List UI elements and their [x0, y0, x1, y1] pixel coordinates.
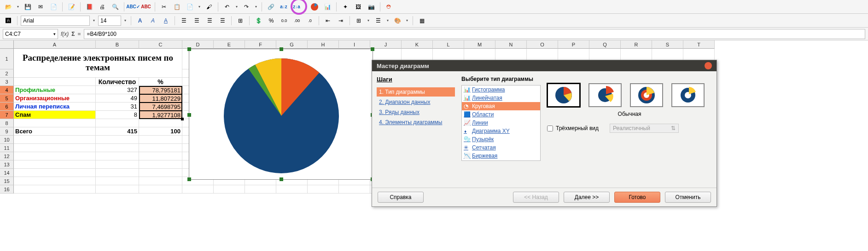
cell[interactable] — [96, 152, 139, 160]
chart-type-item[interactable]: 🟦Области — [462, 110, 540, 119]
cell[interactable] — [14, 169, 96, 177]
subtype-exploded-donut-thumb[interactable] — [671, 83, 705, 107]
chart-object[interactable] — [189, 49, 373, 180]
insert-chart-icon[interactable] — [309, 1, 320, 12]
cell[interactable] — [96, 160, 139, 169]
hyperlink-icon[interactable]: 🔗 — [265, 1, 276, 12]
sheet-title-cell[interactable]: Распределение электронных писем по темам — [14, 49, 182, 78]
formula-input[interactable]: =B4/B9*100 — [84, 29, 865, 39]
cell[interactable] — [14, 144, 96, 152]
font-name-select[interactable] — [21, 16, 90, 26]
cell[interactable] — [96, 169, 139, 177]
row-header-16[interactable]: 16 — [0, 185, 14, 194]
row-header-2[interactable]: 2 — [0, 69, 14, 78]
undo-dd[interactable]: ▾ — [234, 5, 239, 9]
cell[interactable] — [14, 177, 96, 185]
font-size-select[interactable] — [98, 16, 121, 26]
row-header-7[interactable]: 7 — [0, 111, 14, 119]
wizard-step-4[interactable]: 4. Элементы диаграммы — [377, 118, 455, 127]
cell[interactable] — [14, 185, 96, 194]
subtype-exploded-thumb[interactable] — [588, 83, 622, 107]
cancel-button[interactable]: Отменить — [665, 192, 711, 203]
cell-reference-input[interactable]: C4:C7▾ — [3, 29, 58, 39]
column-header-S[interactable]: S — [652, 40, 683, 49]
cell[interactable] — [339, 185, 370, 194]
italic-icon[interactable]: A — [147, 15, 158, 26]
number-format-icon[interactable]: 0.0 — [279, 15, 290, 26]
column-header-R[interactable]: R — [621, 40, 652, 49]
merge-cells-icon[interactable]: ⊞ — [235, 15, 246, 26]
underline-icon[interactable]: A — [160, 15, 171, 26]
decrease-indent-icon[interactable]: ⇤ — [322, 15, 333, 26]
row-header-15[interactable]: 15 — [0, 177, 14, 185]
cell[interactable] — [139, 185, 182, 194]
row-header-13[interactable]: 13 — [0, 160, 14, 169]
row-header-1[interactable]: 1 — [0, 49, 14, 69]
cell[interactable]: 415 — [96, 127, 139, 136]
cell[interactable]: 11,807229 — [139, 94, 182, 103]
open-icon[interactable]: 📂 — [3, 1, 14, 12]
column-header-E[interactable]: E — [214, 40, 245, 49]
cell[interactable]: Личная переписка — [14, 103, 96, 111]
row-header-12[interactable]: 12 — [0, 152, 14, 160]
cell[interactable] — [96, 136, 139, 144]
borders-icon[interactable]: ⊞ — [353, 15, 364, 26]
cell[interactable] — [139, 177, 182, 185]
row-header-11[interactable]: 11 — [0, 144, 14, 152]
column-header-F[interactable]: F — [245, 40, 276, 49]
column-header-L[interactable]: L — [433, 40, 464, 49]
cell[interactable] — [96, 119, 139, 127]
cell[interactable]: Профильные — [14, 86, 96, 94]
chart-type-item[interactable]: 📊Столбцы и линии — [462, 160, 540, 161]
row-header-4[interactable]: 4 — [0, 86, 14, 94]
cell[interactable] — [96, 185, 139, 194]
insert-object-icon[interactable]: 📊 — [322, 1, 333, 12]
chart-type-item[interactable]: 🫧Пузырёк — [462, 135, 540, 143]
open-dd[interactable]: ▾ — [16, 5, 20, 9]
column-header-I[interactable]: I — [339, 40, 370, 49]
row-header-9[interactable]: 9 — [0, 127, 14, 136]
gallery-icon[interactable]: 🖼 — [353, 1, 364, 12]
select-all-corner[interactable] — [0, 40, 14, 49]
cell[interactable] — [14, 78, 96, 86]
size-dd[interactable]: ▾ — [123, 18, 128, 23]
align-right-icon[interactable]: ☰ — [204, 15, 215, 26]
sum-icon[interactable]: Σ — [71, 31, 75, 37]
row-header-5[interactable]: 5 — [0, 94, 14, 103]
data-sources-icon[interactable]: 📷 — [366, 1, 377, 12]
font-dd[interactable]: ▾ — [92, 18, 96, 23]
cell[interactable]: 49 — [96, 94, 139, 103]
cell[interactable] — [139, 136, 182, 144]
cell[interactable] — [139, 144, 182, 152]
chart-type-item[interactable]: 📉Биржевая — [462, 152, 540, 160]
column-header-A[interactable]: A — [14, 40, 96, 49]
column-header-B[interactable]: B — [96, 40, 139, 49]
cell[interactable] — [139, 119, 182, 127]
row-header-10[interactable]: 10 — [0, 136, 14, 144]
navigator-icon[interactable]: ✦ — [340, 1, 351, 12]
align-center-icon[interactable]: ☰ — [191, 15, 202, 26]
accept-icon[interactable]: = — [78, 31, 81, 37]
help-button[interactable]: Справка — [378, 192, 424, 203]
checkbox-3d[interactable] — [547, 126, 553, 131]
cut-icon[interactable]: ✂ — [158, 1, 169, 12]
print-icon[interactable]: 🖨 — [97, 1, 108, 12]
fx-icon[interactable]: f(x) — [61, 31, 69, 37]
chart-type-item[interactable]: 📊Линейчатая — [462, 94, 540, 102]
spellcheck-auto-icon[interactable]: ABC — [140, 1, 151, 12]
chart-type-item[interactable]: 📈Линии — [462, 119, 540, 127]
undo-icon[interactable]: ↶ — [221, 1, 233, 12]
cell[interactable]: 100 — [139, 127, 182, 136]
cell[interactable]: Количество — [96, 78, 139, 86]
cell[interactable]: 31 — [96, 103, 139, 111]
paste-icon[interactable]: 📄 — [184, 1, 195, 12]
copy-icon[interactable]: 📋 — [171, 1, 182, 12]
borders-dd[interactable]: ▾ — [366, 18, 371, 23]
cell[interactable]: 7,4698795 — [139, 103, 182, 111]
cell[interactable] — [96, 144, 139, 152]
cell[interactable]: 1,9277108 — [139, 111, 182, 119]
fill-handle[interactable] — [181, 118, 184, 120]
cell[interactable] — [308, 185, 339, 194]
fill-color-icon[interactable]: 🎨 — [392, 15, 403, 26]
row-header-3[interactable]: 3 — [0, 78, 14, 86]
